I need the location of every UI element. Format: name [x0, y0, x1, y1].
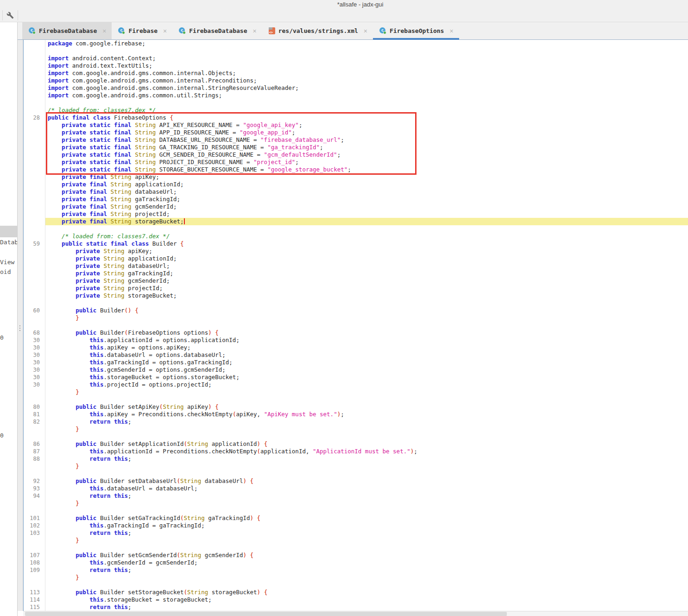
line-number	[24, 277, 45, 285]
line-number	[24, 425, 45, 433]
line-number	[24, 77, 45, 84]
code-line: private static final String STORAGE_BUCK…	[24, 166, 688, 173]
code-line: /* loaded from: classes7.dex */	[24, 233, 688, 240]
line-number	[24, 270, 45, 277]
line-number	[24, 255, 45, 262]
code-line: 82 return this;	[24, 418, 688, 425]
line-number: 30	[24, 344, 45, 351]
code-line: private final String projectId;	[24, 210, 688, 218]
code-line: 81 this.apiKey = Preconditions.checkNotE…	[24, 411, 688, 418]
tab-close-icon[interactable]: ×	[252, 28, 256, 34]
line-number	[24, 507, 45, 514]
tab-res-values-strings-xml[interactable]: <>res/values/strings.xml×	[262, 22, 373, 39]
horizontal-scrollbar[interactable]	[23, 611, 688, 616]
code-line	[24, 470, 688, 477]
line-number	[24, 537, 45, 544]
code-line: 113 public Builder setStorageBucket(Stri…	[24, 589, 688, 596]
line-number	[24, 299, 45, 307]
line-number	[24, 188, 45, 196]
code-line: 80 public Builder setApiKey(String apiKe…	[24, 403, 688, 411]
scrollbar-thumb[interactable]	[25, 612, 507, 616]
code-line: 102 this.gaTrackingId = gaTrackingId;	[24, 522, 688, 529]
splitter-grip-icon[interactable]	[19, 325, 21, 332]
code-line: private String gaTrackingId;	[24, 270, 688, 277]
line-number	[24, 107, 45, 114]
line-number: 59	[24, 240, 45, 248]
code-line: }	[24, 314, 688, 322]
line-number	[24, 225, 45, 233]
code-line	[24, 299, 688, 307]
line-number: 80	[24, 403, 45, 411]
code-editor[interactable]: package com.google.firebase;import andro…	[24, 40, 688, 611]
text-cursor	[184, 218, 185, 224]
code-line: 108 this.gcmSenderId = gcmSenderId;	[24, 559, 688, 566]
code-line: 114 this.storageBucket = storageBucket;	[24, 596, 688, 603]
collapsed-tree-panel: DatabViewoid00	[0, 22, 18, 616]
code-line: private final String storageBucket;	[24, 218, 688, 225]
tab-close-icon[interactable]: ×	[449, 28, 453, 34]
line-number	[24, 233, 45, 240]
code-line: 30 this.databaseUrl = options.databaseUr…	[24, 351, 688, 359]
line-number	[24, 581, 45, 589]
tab-label: Firebase	[128, 27, 158, 34]
code-line: private final String gaTrackingId;	[24, 196, 688, 203]
line-number: 92	[24, 477, 45, 485]
line-number	[24, 92, 45, 99]
code-line: private static final String API_KEY_RESO…	[24, 121, 688, 129]
line-number: 114	[24, 596, 45, 603]
line-number	[24, 166, 45, 173]
code-line: }	[24, 463, 688, 470]
line-number	[24, 55, 45, 62]
line-number	[24, 210, 45, 218]
code-line: 88 return this;	[24, 455, 688, 463]
line-number	[24, 84, 45, 92]
code-line: }	[24, 425, 688, 433]
window-title: *allsafe - jadx-gui	[337, 1, 384, 8]
code-line	[24, 433, 688, 440]
code-line: import com.google.android.gms.common.int…	[24, 77, 688, 84]
code-line	[24, 581, 688, 589]
line-number	[24, 121, 45, 129]
line-number: 109	[24, 566, 45, 574]
panel-splitter[interactable]	[18, 40, 23, 611]
line-number	[24, 433, 45, 440]
line-number	[24, 574, 45, 581]
tab-firebase[interactable]: cFirebase×	[112, 22, 172, 39]
toolbar-separator	[18, 10, 18, 20]
code-line: private String databaseUrl;	[24, 262, 688, 270]
toolbar-separator	[2, 10, 3, 20]
class-icon: c	[29, 27, 36, 34]
wrench-icon[interactable]	[5, 10, 16, 20]
code-line	[24, 322, 688, 329]
line-number	[24, 173, 45, 181]
code-line: }	[24, 500, 688, 507]
line-number: 68	[24, 329, 45, 337]
line-number	[24, 322, 45, 329]
line-number	[24, 470, 45, 477]
line-number: 102	[24, 522, 45, 529]
line-number: 103	[24, 529, 45, 537]
tab-close-icon[interactable]: ×	[163, 28, 167, 34]
line-number	[24, 314, 45, 322]
tab-label: FirebaseOptions	[390, 27, 444, 34]
code-line: 60 public Builder() {	[24, 307, 688, 314]
code-line: 101 public Builder setGaTrackingId(Strin…	[24, 514, 688, 522]
code-line: 30 this.storageBucket = options.storageB…	[24, 374, 688, 381]
tab-firebasedatabase[interactable]: cFirebaseDatabase×	[172, 22, 262, 39]
line-number: 28	[24, 114, 45, 121]
code-line: 59 public static final class Builder {	[24, 240, 688, 248]
line-number	[24, 196, 45, 203]
code-line: private final String apiKey;	[24, 173, 688, 181]
code-line: 92 public Builder setDatabaseUrl(String …	[24, 477, 688, 485]
tab-firebaseoptions[interactable]: cFirebaseOptions×	[373, 22, 459, 39]
line-number: 30	[24, 381, 45, 388]
code-line	[24, 396, 688, 403]
line-number: 108	[24, 559, 45, 566]
line-number: 113	[24, 589, 45, 596]
tab-close-icon[interactable]: ×	[364, 28, 367, 34]
line-number: 81	[24, 411, 45, 418]
line-number: 82	[24, 418, 45, 425]
tab-firebasedatabase[interactable]: cFirebaseDatabase×	[22, 22, 112, 39]
line-number	[24, 248, 45, 255]
tab-close-icon[interactable]: ×	[102, 28, 106, 34]
